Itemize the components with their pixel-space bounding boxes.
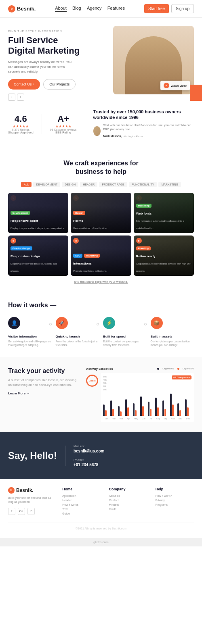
- social-google[interactable]: G+: [18, 508, 25, 515]
- brand-name: Besnik.: [17, 6, 36, 12]
- bar-group-9: [170, 394, 177, 416]
- footer-brand: b Besnik. Build your site for free and t…: [8, 487, 54, 517]
- bar-orange-10: [179, 410, 181, 416]
- contact-button[interactable]: Contact Us ›: [8, 79, 40, 90]
- filter-design[interactable]: DESIGN: [62, 182, 78, 187]
- prev-arrow[interactable]: ‹: [8, 94, 15, 101]
- hero-title: Full Service Digital Marketing: [8, 35, 113, 56]
- social-facebook[interactable]: f: [8, 508, 15, 515]
- bar-orange-8: [164, 409, 166, 416]
- footer-link-howwork[interactable]: How it work?: [156, 494, 194, 497]
- footer-link-programs[interactable]: Programs: [156, 503, 194, 506]
- step-title-2: Quick to launch: [56, 335, 99, 338]
- grid-item-retina[interactable]: b Branding Retina ready All graphics are…: [134, 236, 194, 276]
- bar-orange-7: [157, 407, 159, 416]
- craft-bottom-link[interactable]: and that starts right with your website.: [8, 280, 194, 283]
- grid-item-forms[interactable]: b Design Forms Device with touch-friendl…: [71, 193, 131, 233]
- how-section: How it works — 👤 Visitor information Get…: [0, 292, 202, 357]
- grid-item-interactions[interactable]: b SEO Marketing Interactions Promote you…: [71, 236, 131, 276]
- step-desc-2: From the colour to the fonts in just a f…: [56, 340, 99, 347]
- step-icon-4: 📦: [151, 317, 163, 329]
- user-name: Mark Masson,: [103, 135, 122, 138]
- footer-link-contact[interactable]: Contact: [109, 499, 147, 502]
- grade-count: 93 Customer reviews: [50, 128, 77, 131]
- grid-item-responsive-design[interactable]: b Graphic design Responsive design Displ…: [8, 236, 68, 276]
- activity-section: Track your activity A subset of companie…: [0, 357, 202, 432]
- start-free-button[interactable]: Start free: [144, 4, 169, 13]
- activity-left: Track your activity A subset of companie…: [8, 367, 80, 422]
- craft-section: We craft experiences for business to hel…: [0, 147, 202, 292]
- bar-group-4: [133, 403, 139, 416]
- bar-group-10: [177, 403, 184, 416]
- footer-top: b Besnik. Build your site for free and t…: [8, 487, 194, 517]
- grid-overlay-5: SEO Marketing Interactions Promote your …: [71, 248, 131, 276]
- rating-number: 4.6: [8, 114, 34, 124]
- grid-title-6: Retina ready: [136, 254, 156, 258]
- bar-group-5: [140, 396, 147, 416]
- grade-label: BBB Rating: [50, 131, 77, 134]
- footer-col-title-company: Company: [109, 487, 147, 491]
- month-label-11: Dec: [186, 417, 190, 420]
- grid-overlay-3: Marketing Web fonts Site navigation auto…: [134, 198, 194, 233]
- grid-item-webfonts[interactable]: b Marketing Web fonts Site navigation au…: [134, 193, 194, 233]
- signup-button[interactable]: Sign up: [171, 4, 194, 13]
- learn-more-link[interactable]: Learn More →: [8, 392, 80, 395]
- footer-link-application[interactable]: Application: [62, 494, 101, 497]
- bar-group-11: [185, 399, 191, 416]
- orange-accent-bar: [190, 85, 202, 101]
- trust-stat: Trusted by over 150,000 business owners …: [93, 109, 194, 139]
- filter-development[interactable]: DEVELOPMENT: [33, 182, 60, 187]
- hero-buttons: Contact Us › Our Projects: [8, 79, 113, 90]
- grid-overlay-6: Branding Retina ready All graphics are o…: [134, 241, 194, 276]
- filter-product[interactable]: PRODUCT PAGE: [99, 182, 127, 187]
- grid-overlay-4: Graphic design Responsive design Display…: [8, 241, 68, 276]
- filter-functionality[interactable]: FUNCTIONALITY: [129, 182, 157, 187]
- footer-link-privacy[interactable]: Privacy: [156, 499, 194, 502]
- say-hello-title: Say, Hello!: [8, 450, 57, 461]
- nav-features[interactable]: Features: [107, 6, 125, 12]
- grid-tag-2: Design: [73, 211, 85, 215]
- grid-tag-5a: SEO: [73, 254, 82, 258]
- user-quote: Start with our free basic plan! For exte…: [103, 123, 194, 131]
- filter-header[interactable]: HEADER: [80, 182, 97, 187]
- footer-col-home: Home Application Header How it works Tex…: [62, 487, 101, 517]
- footer-link-guide-home[interactable]: Guide: [62, 512, 101, 515]
- hero-description: Messages are always reliably delivered. …: [8, 60, 73, 74]
- grid-tag-6: Branding: [136, 246, 151, 250]
- watch-video-button[interactable]: ▶ Watch Video: [160, 81, 190, 90]
- filter-all[interactable]: ALL: [21, 182, 32, 187]
- projects-button[interactable]: Our Projects: [43, 79, 76, 90]
- footer-link-text[interactable]: Text: [62, 508, 101, 511]
- filter-marketing[interactable]: MARKETING: [158, 182, 181, 187]
- nav-blog[interactable]: Blog: [72, 6, 81, 12]
- month-label-9: Oct: [171, 417, 175, 420]
- grid-overlay-1: Development Responsive slider Display im…: [8, 206, 68, 233]
- next-arrow[interactable]: ›: [17, 94, 24, 101]
- footer-link-how[interactable]: How it works: [62, 503, 101, 506]
- bar-dark-4: [133, 403, 135, 416]
- footer: b Besnik. Build your site for free and t…: [0, 479, 202, 538]
- say-hello-contact: Mail us: besnik@us.com Phone: +01 234 56…: [74, 444, 104, 467]
- grid-item-responsive-slider[interactable]: b Development Responsive slider Display …: [8, 193, 68, 233]
- logo[interactable]: b Besnik.: [8, 5, 36, 13]
- bar-dark-1: [110, 400, 112, 416]
- social-pinterest[interactable]: ℗: [27, 508, 35, 515]
- bar-dark-0: [103, 404, 105, 416]
- footer-link-guide-company[interactable]: Guide: [109, 508, 147, 511]
- nav-about[interactable]: About: [55, 6, 67, 12]
- bar-group-8: [162, 400, 169, 416]
- hero-arrows: ‹ ›: [8, 94, 113, 101]
- bar-dark-5: [140, 396, 142, 416]
- footer-link-about[interactable]: About us: [109, 494, 147, 497]
- footer-link-header[interactable]: Header: [62, 499, 101, 502]
- mail-value[interactable]: besnik@us.com: [74, 449, 104, 453]
- bar-orange-11: [187, 407, 189, 416]
- nav-agency[interactable]: Agency: [87, 6, 102, 12]
- grid-desc-5: Promote your latest collections.: [73, 270, 107, 272]
- grid-title-1: Responsive slider: [11, 219, 38, 223]
- footer-link-mindset[interactable]: Mindset: [109, 503, 147, 506]
- hero-section: FIND THE SETUP INFORMATION Full Service …: [0, 18, 202, 101]
- hero-label: FIND THE SETUP INFORMATION: [8, 30, 113, 33]
- month-label-5: Jun: [142, 417, 145, 420]
- bar-group-6: [148, 402, 154, 415]
